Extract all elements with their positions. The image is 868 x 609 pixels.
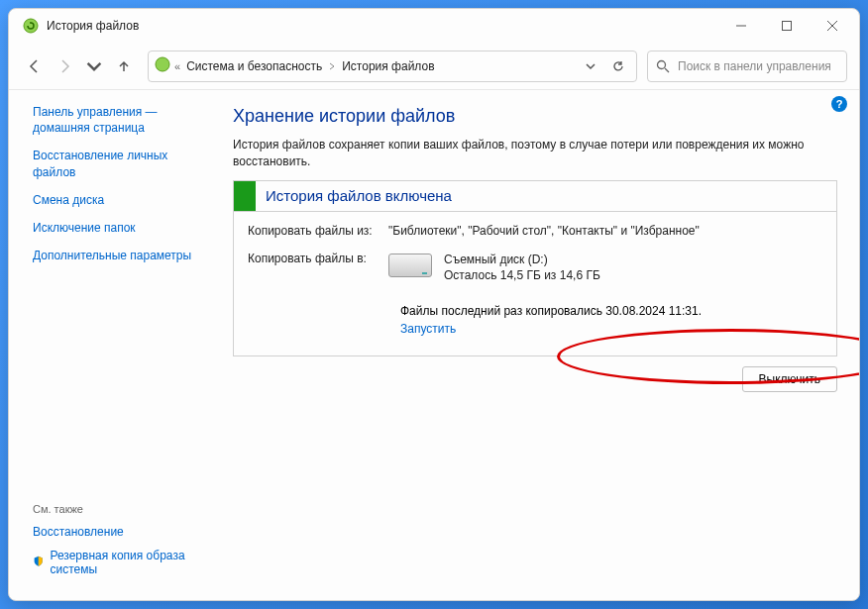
refresh-button[interactable] — [606, 60, 630, 72]
run-now-link[interactable]: Запустить — [400, 320, 822, 338]
control-panel-window: История файлов « Система и безопасность … — [8, 8, 860, 601]
breadcrumb-item[interactable]: История файлов — [340, 57, 436, 75]
chevron-right-icon — [328, 59, 336, 73]
breadcrumb-item[interactable]: Система и безопасность — [184, 57, 324, 75]
forward-button[interactable] — [56, 58, 72, 74]
sidebar-home-link[interactable]: Панель управления — домашняя страница — [33, 104, 201, 136]
sidebar: Панель управления — домашняя страница Во… — [9, 90, 211, 600]
svg-point-6 — [658, 60, 666, 68]
app-icon — [23, 18, 39, 34]
page-description: История файлов сохраняет копии ваших фай… — [233, 137, 837, 170]
drive-icon — [388, 254, 432, 277]
svg-point-0 — [24, 19, 38, 33]
back-button[interactable] — [27, 58, 43, 74]
sidebar-footer-backup[interactable]: Резервная копия образа системы — [33, 549, 201, 576]
turn-off-button[interactable]: Выключить — [742, 366, 837, 392]
copy-from-value: "Библиотеки", "Рабочий стол", "Контакты"… — [388, 224, 822, 238]
drive-name: Съемный диск (D:) — [444, 252, 600, 268]
nav-toolbar: « Система и безопасность История файлов … — [9, 43, 859, 90]
svg-line-7 — [665, 68, 669, 72]
shield-icon — [33, 556, 44, 569]
search-placeholder: Поиск в панели управления — [678, 59, 831, 73]
sidebar-footer-heading: См. также — [33, 503, 201, 515]
panel-title: История файлов включена — [256, 187, 452, 204]
last-run-text: Файлы последний раз копировались 30.08.2… — [400, 302, 822, 320]
search-input[interactable]: Поиск в панели управления — [647, 51, 847, 82]
minimize-button[interactable] — [718, 9, 764, 43]
sidebar-footer-recovery[interactable]: Восстановление — [33, 525, 201, 539]
page-heading: Хранение истории файлов — [233, 106, 837, 127]
copy-to-label: Копировать файлы в: — [248, 252, 388, 285]
svg-rect-2 — [783, 22, 792, 31]
help-icon[interactable]: ? — [831, 96, 847, 112]
address-bar[interactable]: « Система и безопасность История файлов — [148, 51, 637, 82]
sidebar-link-exclude[interactable]: Исключение папок — [33, 220, 201, 236]
address-icon — [155, 56, 170, 75]
sidebar-link-advanced[interactable]: Дополнительные параметры — [33, 248, 201, 263]
copy-from-label: Копировать файлы из: — [248, 224, 388, 238]
address-dropdown[interactable] — [579, 60, 602, 72]
main-content: ? Хранение истории файлов История файлов… — [211, 90, 859, 600]
titlebar: История файлов — [9, 9, 859, 43]
up-button[interactable] — [116, 58, 132, 74]
search-icon — [656, 59, 670, 73]
window-title: История файлов — [47, 19, 718, 33]
sidebar-link-restore[interactable]: Восстановление личных файлов — [33, 148, 201, 179]
maximize-button[interactable] — [764, 9, 810, 43]
status-panel: История файлов включена Копировать файлы… — [233, 180, 837, 357]
svg-point-5 — [156, 57, 169, 71]
drive-space: Осталось 14,5 ГБ из 14,6 ГБ — [444, 267, 600, 284]
recent-dropdown[interactable] — [86, 58, 102, 74]
sidebar-link-drive[interactable]: Смена диска — [33, 192, 201, 208]
close-button[interactable] — [810, 9, 855, 43]
history-chevron-icon[interactable]: « — [174, 60, 180, 72]
status-indicator — [234, 181, 256, 211]
